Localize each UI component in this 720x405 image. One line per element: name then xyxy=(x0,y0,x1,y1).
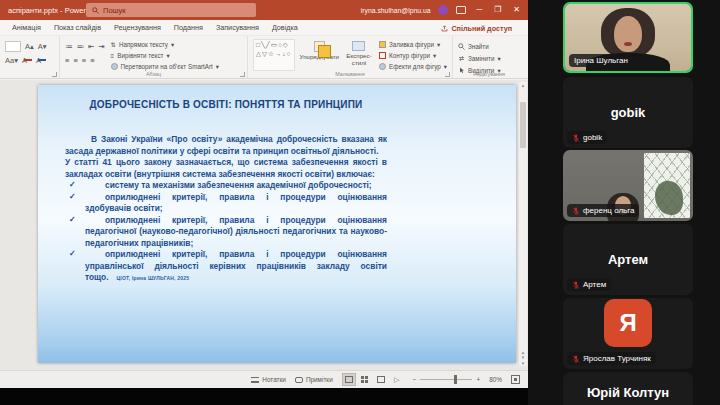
tab-recording[interactable]: Записування xyxy=(216,23,259,32)
fit-to-window-icon[interactable] xyxy=(511,375,520,384)
muted-mic-icon xyxy=(572,281,580,289)
align-right-icon[interactable]: ≡ xyxy=(82,56,86,65)
replace-button[interactable]: Замінити ▾ xyxy=(458,53,520,63)
quick-styles-button[interactable]: Експрес-стилі xyxy=(344,39,374,71)
align-left-icon[interactable]: ≡ xyxy=(65,56,69,65)
justify-icon[interactable]: ≡ xyxy=(90,56,94,65)
participant-tile-gobik[interactable]: gobik gobik xyxy=(563,77,693,148)
minimize-button[interactable]: ─ xyxy=(474,6,484,14)
ribbon-display-options-icon[interactable] xyxy=(456,6,466,14)
notes-button[interactable]: Нотатки xyxy=(251,376,286,383)
arrange-icon xyxy=(314,41,325,52)
muted-mic-icon xyxy=(572,207,580,215)
editing-group-label: Редагування xyxy=(453,71,525,77)
restore-button[interactable]: ❐ xyxy=(492,6,503,14)
checkmark-icon: ✓ xyxy=(69,249,76,260)
account-avatar[interactable] xyxy=(438,5,448,15)
slide-sorter-icon xyxy=(361,376,369,383)
shrink-font-icon[interactable]: A▾ xyxy=(38,42,47,51)
slide-title: ДОБРОЧЕСНІСТЬ В ОСВІТІ: ПОНЯТТЯ ТА ПРИНЦ… xyxy=(65,99,387,110)
caret-down-icon: ▾ xyxy=(497,55,500,62)
drawing-group-label: Малювання xyxy=(248,71,452,77)
paragraph-dialog-launcher[interactable] xyxy=(240,72,245,77)
bullets-icon[interactable]: ≔ xyxy=(65,42,73,51)
comments-icon xyxy=(295,377,303,383)
grow-font-icon[interactable]: A▴ xyxy=(25,42,34,51)
participant-tile-yurii-koltun[interactable]: Юрій Колтун xyxy=(563,372,693,405)
vertical-scrollbar[interactable]: ▴ ▴ ▾ ▾ xyxy=(519,82,527,366)
slide-sorter-view-button[interactable] xyxy=(358,373,372,386)
slide[interactable]: ДОБРОЧЕСНІСТЬ В ОСВІТІ: ПОНЯТТЯ ТА ПРИНЦ… xyxy=(38,85,516,363)
font-size-box[interactable] xyxy=(5,41,21,52)
shape-fill-button[interactable]: Заливка фігури ▾ xyxy=(379,39,447,49)
muted-mic-icon xyxy=(572,355,580,363)
close-button[interactable]: ✕ xyxy=(511,6,522,14)
find-button[interactable]: Знайти xyxy=(458,41,520,51)
indent-icon[interactable]: ⇥ xyxy=(98,42,104,51)
replace-label: Замінити xyxy=(468,55,494,62)
search-input[interactable]: Пошук xyxy=(86,3,256,17)
paragraph-group-label: Абзац xyxy=(60,71,247,77)
change-case-icon[interactable]: Aa▾ xyxy=(5,56,18,65)
share-button[interactable]: Спільний доступ xyxy=(441,20,512,36)
share-label: Спільний доступ xyxy=(451,24,512,33)
participant-name: Ірина Шульган xyxy=(574,56,628,65)
caret-down-icon: ▾ xyxy=(437,41,440,48)
zoom-control: − + xyxy=(413,376,480,383)
tab-slideshow[interactable]: Показ слайдів xyxy=(54,23,101,32)
account-email: iryna.shulhan@lpnu.ua xyxy=(361,7,431,14)
slide-bullet: ✓ оприлюднені критерії, правила і процед… xyxy=(65,192,387,215)
avatar-letter: Я xyxy=(619,309,636,337)
bullet-text: оприлюднені критерії, правила і процедур… xyxy=(85,192,387,214)
titlebar-right: iryna.shulhan@lpnu.ua ─ ❐ ✕ xyxy=(361,5,522,15)
normal-view-button[interactable] xyxy=(342,373,356,386)
slideshow-icon: ▷ xyxy=(394,376,399,384)
caret-down-icon: ▾ xyxy=(433,52,436,59)
screen: аспіранти.pptx - PowerPoint Пошук iryna.… xyxy=(0,0,720,405)
participant-name: ференц ольга xyxy=(583,206,634,215)
ribbon-tab-row: Анімація Показ слайдів Рецензування Пода… xyxy=(0,20,528,36)
share-icon xyxy=(441,25,448,32)
comments-button[interactable]: Примітки xyxy=(295,376,333,383)
slide-text-block: ДОБРОЧЕСНІСТЬ В ОСВІТІ: ПОНЯТТЯ ТА ПРИНЦ… xyxy=(65,91,387,284)
tab-animation[interactable]: Анімація xyxy=(12,23,41,32)
bullet-text: систему та механізми забезпечення академ… xyxy=(105,180,372,190)
participant-display-name: Артем xyxy=(608,252,648,267)
tab-view[interactable]: Подання xyxy=(174,23,203,32)
numbering-icon[interactable]: ≕ xyxy=(77,42,85,51)
ribbon: A▴ A▾ Aa▾ A A ≔ ≕ ⇤ xyxy=(0,36,528,79)
shape-outline-button[interactable]: Контур фігури ▾ xyxy=(379,50,447,60)
scroll-up-icon[interactable]: ▴ xyxy=(522,82,525,88)
zoom-slider[interactable] xyxy=(420,379,472,380)
scroll-down-icon[interactable]: ▾ xyxy=(522,361,525,367)
tab-help[interactable]: Довідка xyxy=(272,23,298,32)
search-icon xyxy=(92,7,99,14)
slideshow-view-button[interactable]: ▷ xyxy=(390,373,404,386)
participant-tile-ferents-olha[interactable]: ференц ольга xyxy=(563,150,693,221)
zoom-slider-thumb[interactable] xyxy=(454,375,457,384)
zoom-out-button[interactable]: − xyxy=(413,376,417,383)
smartart-button[interactable]: Перетворити на об'єкт SmartArt ▾ xyxy=(111,61,219,71)
font-color-bar xyxy=(24,59,32,61)
zoom-percent[interactable]: 80% xyxy=(489,376,502,383)
participant-tile-iryna-shulhan[interactable]: Ірина Шульган xyxy=(563,2,693,73)
zoom-in-button[interactable]: + xyxy=(476,376,480,383)
align-center-icon[interactable]: ≡ xyxy=(73,56,77,65)
align-text-button[interactable]: ≡ Вирівняти текст ▾ xyxy=(111,50,219,60)
font-dialog-launcher[interactable] xyxy=(52,72,57,77)
quick-styles-icon xyxy=(352,41,365,51)
participant-display-name: gobik xyxy=(611,105,646,120)
shape-effects-button[interactable]: Ефекти для фігур ▾ xyxy=(379,61,447,71)
participant-tile-yaroslav-turchyniak[interactable]: Я Ярослав Турчиняк xyxy=(563,298,693,369)
tab-review[interactable]: Рецензування xyxy=(114,23,161,32)
scrollbar-thumb[interactable] xyxy=(520,102,526,148)
shapes-gallery[interactable]: □╲╱▭○◇ △▽☆→↓○ xyxy=(253,39,295,71)
reading-view-button[interactable] xyxy=(374,373,388,386)
arrange-button[interactable]: Упорядкувати xyxy=(300,39,339,71)
reading-view-icon xyxy=(377,376,385,383)
text-direction-button[interactable]: ⇅ Напрямок тексту ▾ xyxy=(111,39,219,49)
outdent-icon[interactable]: ⇤ xyxy=(88,42,94,51)
participant-tile-artem[interactable]: Артем Артем xyxy=(563,224,693,295)
meeting-sidebar: Ірина Шульган gobik gobik ференц ольга xyxy=(528,0,720,405)
drawing-dialog-launcher[interactable] xyxy=(445,72,450,77)
